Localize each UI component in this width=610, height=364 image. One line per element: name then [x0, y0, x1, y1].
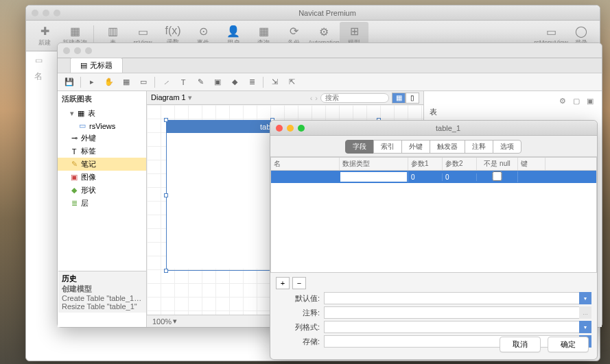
main-title: Navicat Premium	[60, 9, 594, 17]
field-type-input[interactable]	[340, 172, 407, 182]
close-dot[interactable]	[63, 47, 70, 54]
history-item[interactable]: Create Table "table_1" in "Diagra...	[62, 294, 143, 302]
zoom-dot[interactable]	[54, 10, 60, 16]
tab-comment[interactable]: 注释	[465, 140, 493, 154]
folder-icon[interactable]: ▭	[35, 56, 43, 65]
sidebar-item-shape[interactable]: ◆形状	[58, 184, 146, 197]
function-icon: f(x)	[165, 25, 180, 37]
tab-options[interactable]: 选项	[493, 140, 521, 154]
tab-indexes[interactable]: 索引	[373, 140, 402, 154]
image-icon: ▣	[70, 173, 78, 182]
hand-icon[interactable]: ✋	[102, 75, 117, 89]
zoom-dot[interactable]	[85, 47, 92, 54]
sidebar-item-label[interactable]: T标签	[58, 145, 146, 158]
login-icon: ◯	[575, 25, 587, 38]
sidebar-item-note[interactable]: ✎笔记	[58, 158, 146, 171]
pointer-icon[interactable]: ▸	[84, 75, 99, 89]
shape-icon: ◆	[70, 186, 78, 195]
note-icon: ✎	[70, 160, 78, 169]
format-dropdown-icon[interactable]: ▾	[579, 321, 591, 333]
zoom-value[interactable]: 100%	[152, 317, 172, 326]
minimize-dot[interactable]	[287, 125, 294, 132]
cancel-button[interactable]: 取消	[500, 337, 541, 352]
remove-field-button[interactable]: −	[292, 277, 306, 289]
field-notnull-checkbox[interactable]	[480, 171, 515, 181]
history-model-label: 创建模型	[62, 284, 143, 294]
comment-expand-icon[interactable]: …	[579, 306, 591, 319]
panel2-icon[interactable]: ▣	[587, 97, 594, 106]
default-dropdown-icon[interactable]: ▾	[579, 292, 591, 304]
layer-icon[interactable]: ≣	[244, 75, 259, 89]
main-titlebar: Navicat Premium	[26, 5, 600, 21]
canvas-header: Diagram 1 ▾ ‹ › ▦ ▯	[147, 91, 423, 105]
comment-label: 注释:	[276, 308, 324, 318]
doc-tab-label: 无标题	[90, 60, 113, 71]
nav-prev-icon[interactable]: ‹	[310, 94, 313, 102]
text-icon[interactable]: T	[176, 75, 191, 89]
tab-triggers[interactable]: 触发器	[430, 140, 465, 154]
export-icon[interactable]: ⇲	[267, 75, 282, 89]
gear-icon[interactable]: ⚙	[559, 97, 566, 106]
zoom-dot[interactable]	[298, 125, 305, 132]
ok-button[interactable]: 确定	[548, 337, 589, 352]
nav-next-icon[interactable]: ›	[315, 94, 318, 102]
model-icon: ⊞	[350, 25, 359, 38]
save-icon[interactable]: 💾	[62, 75, 77, 89]
sidebar-item-tables[interactable]: ▾▦表	[58, 107, 146, 120]
panel-icon[interactable]: ▢	[573, 97, 580, 106]
sidebar-item-rsviews[interactable]: ▭rsViews	[58, 120, 146, 132]
history-item[interactable]: Resize Table "table_1"	[62, 302, 143, 311]
comment-input[interactable]	[324, 306, 580, 319]
minimize-dot[interactable]	[74, 47, 81, 54]
table-editor-window: table_1 字段 索引 外键 触发器 注释 选项 名 数据类型 参数1 参数…	[270, 120, 598, 360]
view-icon: ▭	[138, 25, 148, 38]
table-editor-title: table_1	[305, 124, 591, 132]
default-label: 默认值:	[276, 293, 324, 304]
format-label: 列格式:	[276, 322, 324, 332]
note-icon[interactable]: ✎	[193, 75, 208, 89]
field-p2[interactable]: 0	[443, 173, 477, 181]
tab-fields[interactable]: 字段	[345, 140, 374, 154]
layer-icon: ≣	[70, 199, 78, 208]
right-panel-title: 表	[430, 107, 596, 117]
sidebar-header: 活跃图表	[58, 91, 146, 107]
view-grid-button[interactable]: ▦	[392, 93, 406, 104]
model-doc-tabs: ▤ 无标题	[58, 58, 602, 73]
history-panel: 历史 创建模型 Create Table "table_1" in "Diagr…	[58, 271, 146, 313]
add-field-button[interactable]: +	[276, 277, 290, 289]
image-icon[interactable]: ▣	[210, 75, 225, 89]
relation-icon[interactable]: ⟋	[159, 75, 174, 89]
field-p1[interactable]: 0	[408, 173, 443, 181]
user-icon: 👤	[226, 25, 240, 38]
diagram-tab[interactable]: Diagram 1 ▾	[151, 93, 192, 102]
default-input[interactable]	[324, 292, 580, 304]
doc-tab-untitled[interactable]: ▤ 无标题	[70, 58, 123, 73]
view-list-button[interactable]: ▯	[406, 93, 419, 104]
event-icon: ⊙	[199, 25, 208, 38]
minimize-dot[interactable]	[43, 10, 49, 16]
sidebar-item-fk[interactable]: ⊸外键	[58, 132, 146, 145]
plus-icon: ✚	[40, 25, 49, 38]
col-p2: 参数2	[443, 158, 477, 170]
col-notnull: 不是 null	[477, 158, 518, 170]
table-tool-icon[interactable]: ▦	[119, 75, 134, 89]
query2-icon: ▦	[259, 25, 269, 38]
view-tool-icon[interactable]: ▭	[136, 75, 151, 89]
close-dot[interactable]	[276, 125, 283, 132]
close-dot[interactable]	[32, 10, 38, 16]
field-row[interactable]: 0 0	[271, 171, 596, 183]
import-icon[interactable]: ⇱	[284, 75, 299, 89]
fields-grid: 名 数据类型 参数1 参数2 不是 null 键 0 0	[270, 157, 597, 273]
sidebar-item-layer[interactable]: ≣层	[58, 197, 146, 210]
sidebar-item-image[interactable]: ▣图像	[58, 171, 146, 184]
model-titlebar	[58, 43, 602, 58]
tab-fks[interactable]: 外键	[401, 140, 430, 154]
fk-icon: ⊸	[70, 134, 78, 143]
canvas-search-input[interactable]	[320, 93, 389, 103]
doc-icon: ▤	[80, 61, 87, 70]
shape-icon[interactable]: ◆	[227, 75, 242, 89]
storage-label: 存储:	[276, 337, 324, 347]
menuview-icon: ▭	[546, 25, 556, 38]
tb-new[interactable]: ✚新建	[30, 22, 59, 49]
format-select[interactable]	[324, 321, 580, 333]
